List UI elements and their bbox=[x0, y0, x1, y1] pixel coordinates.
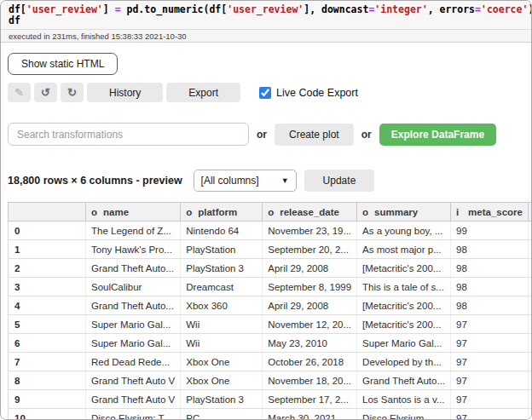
cell-release_date: November 12, 20... bbox=[263, 315, 357, 334]
table-row: 9Grand Theft Auto VPlayStation 3Septembe… bbox=[9, 390, 532, 409]
row-index: 1 bbox=[9, 240, 86, 259]
cell-name: Grand Theft Auto... bbox=[86, 296, 181, 315]
cell-user_review: 7.9 bbox=[528, 371, 532, 390]
row-index: 8 bbox=[9, 371, 86, 390]
cell-meta_score: 97 bbox=[451, 409, 529, 420]
table-row: 1Tony Hawk's Pro...PlayStationSeptember … bbox=[9, 240, 532, 259]
code-token: = bbox=[475, 3, 481, 15]
row-index: 2 bbox=[9, 259, 86, 278]
cell-meta_score: 97 bbox=[451, 371, 529, 390]
cell-platform: Xbox 360 bbox=[181, 296, 263, 315]
dtype-label: o bbox=[268, 207, 280, 217]
cell-platform: Xbox One bbox=[181, 353, 263, 371]
code-token: pd.to_numeric(df[ bbox=[121, 3, 228, 15]
execution-status: executed in 231ms, finished 15:38:33 202… bbox=[1, 30, 531, 43]
cell-name: Super Mario Gal... bbox=[86, 315, 181, 334]
update-button[interactable]: Update bbox=[304, 170, 375, 192]
dataframe-preview-table: onameoplatformorelease_dateosummaryimeta… bbox=[8, 202, 532, 420]
cell-platform: Wii bbox=[181, 315, 263, 334]
export-button[interactable]: Export bbox=[166, 83, 240, 102]
history-button[interactable]: History bbox=[87, 83, 163, 102]
columns-select-wrap: [All columns] ▼ bbox=[194, 170, 297, 192]
redo-icon[interactable]: ↻ bbox=[61, 83, 84, 102]
table-row: 10Disco Elysium: T...PCMarch 30, 2021Dis… bbox=[9, 409, 532, 420]
cell-name: Grand Theft Auto... bbox=[86, 259, 181, 278]
cell-release_date: September 8, 1999 bbox=[263, 278, 357, 296]
cell-platform: Xbox One bbox=[181, 371, 263, 390]
cell-meta_score: 97 bbox=[451, 334, 529, 353]
row-index: 0 bbox=[9, 222, 86, 240]
cell-meta_score: 98 bbox=[451, 296, 529, 315]
undo-icon[interactable]: ↺ bbox=[34, 83, 57, 102]
code-cell[interactable]: df['user_review'] = pd.to_numeric(df['us… bbox=[1, 1, 531, 30]
cell-release_date: September 20, 2... bbox=[263, 240, 357, 259]
column-header-meta_score: imeta_score bbox=[451, 203, 529, 222]
table-row: 3SoulCaliburDreamcastSeptember 8, 1999Th… bbox=[9, 278, 532, 296]
cell-summary: Los Santos is a v... bbox=[357, 390, 451, 409]
cell-platform: Wii bbox=[181, 334, 263, 353]
cell-release_date: October 26, 2018 bbox=[263, 353, 357, 371]
column-header-user_review: fuser_review bbox=[528, 203, 532, 222]
explore-dataframe-button[interactable]: Explore DataFrame bbox=[379, 124, 496, 146]
cell-name: Disco Elysium: T... bbox=[86, 409, 181, 420]
create-plot-button[interactable]: Create plot bbox=[275, 124, 354, 146]
code-token: ) bbox=[528, 3, 532, 15]
row-index: 10 bbox=[9, 409, 86, 420]
cell-release_date: November 18, 20... bbox=[263, 371, 357, 390]
column-header-platform: oplatform bbox=[181, 203, 263, 222]
cell-summary: Grand Theft Auto... bbox=[357, 371, 451, 390]
cell-user_review: 8.4 bbox=[528, 278, 532, 296]
table-row: 4Grand Theft Auto...Xbox 360April 29, 20… bbox=[9, 296, 532, 315]
toolbar: ✎ ↺ ↻ History Export Live Code Export bbox=[8, 83, 531, 102]
cell-meta_score: 98 bbox=[451, 278, 529, 296]
row-index: 7 bbox=[9, 353, 86, 371]
cell-meta_score: 98 bbox=[451, 259, 529, 278]
transform-row: or Create plot or Explore DataFrame bbox=[8, 123, 531, 146]
columns-select[interactable]: [All columns] bbox=[194, 170, 297, 192]
cell-name: Grand Theft Auto V bbox=[86, 371, 181, 390]
code-token: = bbox=[115, 3, 121, 15]
cell-name: Grand Theft Auto V bbox=[86, 390, 181, 409]
cell-release_date: April 29, 2008 bbox=[263, 259, 357, 278]
row-index: 5 bbox=[9, 315, 86, 334]
cell-release_date: September 17, 2... bbox=[263, 390, 357, 409]
table-row: 7Red Dead Rede...Xbox OneOctober 26, 201… bbox=[9, 353, 532, 371]
or-label-1: or bbox=[257, 129, 267, 141]
column-header-summary: osummary bbox=[357, 203, 451, 222]
cell-user_review: 8.3 bbox=[528, 409, 532, 420]
cell-meta_score: 97 bbox=[451, 315, 529, 334]
row-index: 6 bbox=[9, 334, 86, 353]
search-input[interactable] bbox=[8, 123, 249, 146]
cell-summary: [Metacritic's 200... bbox=[357, 259, 451, 278]
code-string-token: 'integer' bbox=[374, 3, 427, 15]
cell-release_date: April 29, 2008 bbox=[263, 296, 357, 315]
table-row: 5Super Mario Gal...WiiNovember 12, 20...… bbox=[9, 315, 532, 334]
code-line-2: df bbox=[9, 15, 523, 26]
cell-user_review: 9.1 bbox=[528, 334, 532, 353]
dtype-label: o bbox=[91, 207, 103, 217]
live-code-export-checkbox[interactable] bbox=[259, 87, 271, 99]
table-row: 0The Legend of Z...Nintendo 64November 2… bbox=[9, 222, 532, 240]
show-static-html-button[interactable]: Show static HTML bbox=[8, 53, 118, 75]
cell-platform: Nintendo 64 bbox=[181, 222, 263, 240]
code-string-token: 'user_review' bbox=[26, 3, 103, 15]
edit-icon[interactable]: ✎ bbox=[8, 83, 31, 102]
cell-name: Tony Hawk's Pro... bbox=[86, 240, 181, 259]
cell-name: SoulCalibur bbox=[86, 278, 181, 296]
dtype-label: i bbox=[456, 207, 468, 217]
cell-release_date: November 23, 19... bbox=[263, 222, 357, 240]
code-token: ], downcast bbox=[304, 3, 368, 15]
column-header-name: oname bbox=[86, 203, 181, 222]
cell-user_review: 7.7 bbox=[528, 259, 532, 278]
cell-release_date: May 23, 2010 bbox=[263, 334, 357, 353]
or-label-2: or bbox=[361, 129, 372, 141]
live-code-export-control: Live Code Export bbox=[259, 87, 358, 99]
cell-platform: PlayStation 3 bbox=[181, 259, 263, 278]
cell-meta_score: 99 bbox=[451, 222, 529, 240]
table-body: 0The Legend of Z...Nintendo 64November 2… bbox=[9, 222, 532, 420]
row-index: 4 bbox=[9, 296, 86, 315]
cell-name: Red Dead Rede... bbox=[86, 353, 181, 371]
table-header-row: onameoplatformorelease_dateosummaryimeta… bbox=[9, 203, 532, 222]
dataframe-shape-summary: 18,800 rows × 6 columns - preview bbox=[8, 175, 182, 187]
code-line-1: df['user_review'] = pd.to_numeric(df['us… bbox=[9, 4, 523, 15]
